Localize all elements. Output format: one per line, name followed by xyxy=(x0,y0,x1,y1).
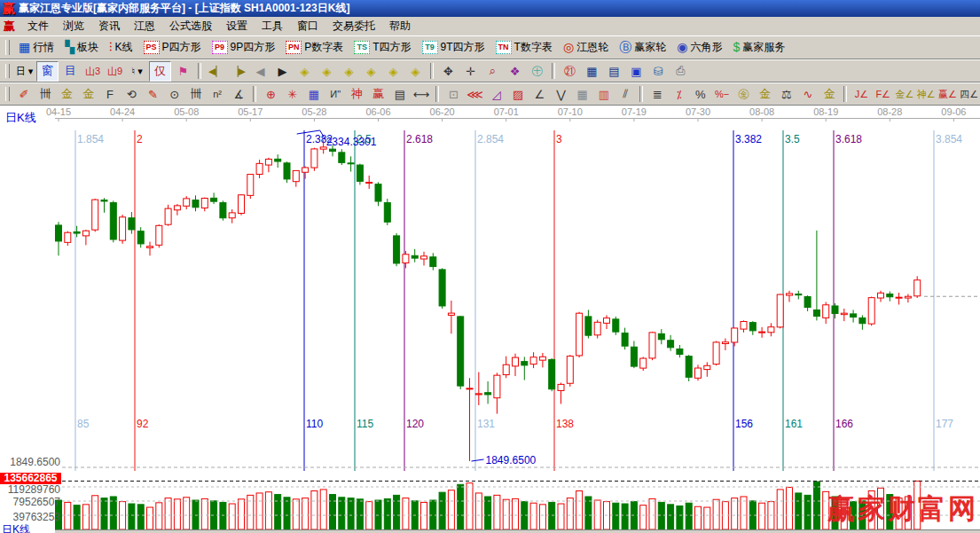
crosshair-tool-icon[interactable]: ✛ xyxy=(460,62,481,81)
gold-circle-icon[interactable]: ㊎ xyxy=(733,85,753,104)
fan-red-icon[interactable]: ⋘ xyxy=(465,85,484,104)
winner-service-button[interactable]: $赢家服务 xyxy=(728,38,789,57)
ladder-icon[interactable]: ≣ xyxy=(647,85,667,104)
menu-item-1[interactable]: 浏览 xyxy=(56,18,91,35)
calendar-icon[interactable]: ㉑ xyxy=(560,62,580,81)
scale-pen-icon[interactable]: ⚖ xyxy=(777,85,796,104)
menu-item-7[interactable]: 窗口 xyxy=(290,18,325,35)
sectors-button[interactable]: ▚板块 xyxy=(60,38,103,57)
calculator-icon[interactable]: ▦ xyxy=(582,62,602,81)
winner-wheel-button[interactable]: Ⓑ赢家轮 xyxy=(615,38,670,57)
grid-plain-icon[interactable]: 卌 xyxy=(186,85,206,104)
menu-item-5[interactable]: 设置 xyxy=(219,18,255,35)
hand-tool-icon[interactable]: ✥ xyxy=(438,62,459,81)
zigzag-icon[interactable]: ⋁ xyxy=(551,85,570,104)
gold-underline-icon[interactable]: 金 xyxy=(819,85,839,104)
kline-button[interactable]: ⫶K线 xyxy=(105,38,137,57)
f-angle-icon[interactable]: F∠ xyxy=(874,85,893,104)
p9-square-button[interactable]: P99P四方形 xyxy=(208,38,280,57)
draw-pen-icon[interactable]: ✐ xyxy=(14,85,34,104)
gann-circle-icon[interactable]: ⊕ xyxy=(261,85,280,104)
circle-cycle-icon[interactable]: ⊙ xyxy=(165,85,184,104)
skip-end-icon[interactable]: ▕▶ xyxy=(228,62,248,81)
t-square-button[interactable]: TST四方形 xyxy=(349,38,415,57)
gold-grid-icon[interactable]: 金 xyxy=(57,85,76,104)
t-number-button[interactable]: TNT数字表 xyxy=(491,38,557,57)
kline-only-icon[interactable]: 仅 xyxy=(149,61,171,82)
wave-red-icon[interactable]: ∿ xyxy=(798,85,818,104)
gann-grid-icon[interactable]: ◈ xyxy=(405,62,426,81)
menu-item-3[interactable]: 江恩 xyxy=(127,18,162,35)
price-grid-icon[interactable]: 卌 xyxy=(35,85,55,104)
menu-item-0[interactable]: 文件 xyxy=(20,18,56,35)
menu-item-9[interactable]: 帮助 xyxy=(382,18,418,35)
number-grid-icon[interactable]: ▤ xyxy=(390,85,410,104)
menu-item-8[interactable]: 交易委托 xyxy=(325,18,382,35)
p-square-button[interactable]: PSP四方形 xyxy=(139,38,206,57)
zoom-tool-icon[interactable]: ⌕ xyxy=(482,62,503,81)
protractor-icon[interactable]: ∡ xyxy=(229,85,248,104)
gann-left-icon[interactable]: ◈ xyxy=(294,62,315,81)
percent7-icon[interactable]: ⁒ xyxy=(670,85,689,104)
bars3-icon[interactable]: 山3 xyxy=(82,62,103,81)
fan-purple-icon[interactable]: ◿ xyxy=(487,85,506,104)
child-window-icon[interactable]: 赢 xyxy=(0,19,20,35)
angle-lines-icon[interactable]: ∠ xyxy=(529,85,549,104)
skip-start-icon[interactable]: ◀▏ xyxy=(206,62,226,81)
gann-wheel-button[interactable]: ◎江恩轮 xyxy=(559,38,613,57)
gann-right-icon[interactable]: ◈ xyxy=(317,62,337,81)
hexagon-button[interactable]: ◉六角形 xyxy=(672,38,726,57)
percent-icon[interactable]: % xyxy=(691,85,710,104)
spiral-icon[interactable]: ⟲ xyxy=(122,85,141,104)
shen-grid-icon[interactable]: 神 xyxy=(347,85,366,104)
wave-mark-icon[interactable]: И" xyxy=(325,85,345,104)
candlestick-chart[interactable]: 04-1504-2405-0805-1705-2806-0606-2007-01… xyxy=(0,106,980,533)
fan-box-icon[interactable]: ▨ xyxy=(508,85,528,104)
quotes-button[interactable]: ▦行情 xyxy=(14,38,59,57)
export-icon[interactable]: ⛁ xyxy=(648,62,669,81)
gann-expand-icon[interactable]: ◈ xyxy=(361,62,381,81)
memo-icon[interactable]: ▤ xyxy=(604,62,624,81)
status-tab-clipped[interactable]: 日K线 xyxy=(2,523,53,533)
gann-star-icon[interactable]: ✳ xyxy=(283,85,302,104)
grid-gray-icon[interactable]: ▦ xyxy=(573,85,592,104)
ying-grid-icon[interactable]: 赢 xyxy=(369,85,388,104)
candle-style-selector[interactable]: ♮ ▾ xyxy=(127,62,147,81)
pattern-tool-icon[interactable]: ❖ xyxy=(505,62,525,81)
grid-red-icon[interactable]: ▥ xyxy=(594,85,614,104)
flag-icon[interactable]: ⚑ xyxy=(173,62,193,81)
save-icon[interactable]: ▣ xyxy=(626,62,647,81)
period-day-selector[interactable]: 日 ▾ xyxy=(14,62,35,81)
chart-canvas[interactable]: 日K线 04-1504-2405-0805-1705-2806-0606-200… xyxy=(0,106,980,533)
menu-item-2[interactable]: 资讯 xyxy=(91,18,127,35)
t9-square-button[interactable]: T99T四方形 xyxy=(418,38,490,57)
bars9-icon[interactable]: 山9 xyxy=(105,62,125,81)
percent-line-icon[interactable]: %− xyxy=(712,85,732,104)
bottom-scrollbar-edge[interactable] xyxy=(55,529,980,533)
pen2-icon[interactable]: ✎ xyxy=(143,85,162,104)
parallel-lines-icon[interactable]: ⫽ xyxy=(615,85,635,104)
shen-angle-icon[interactable]: 神∠ xyxy=(916,85,936,104)
square-n2-icon[interactable]: n² xyxy=(208,85,227,104)
gann-hmove-icon[interactable]: ◈ xyxy=(339,62,359,81)
gold-grid2-icon[interactable]: 金 xyxy=(79,85,98,104)
print-icon[interactable]: ⎙ xyxy=(670,62,691,81)
box-tool-icon[interactable]: ⊡ xyxy=(443,85,463,104)
span-arrows-icon[interactable]: ⟷ xyxy=(412,85,431,104)
layout-icon[interactable]: 窗 xyxy=(36,61,59,82)
gold-angle-icon[interactable]: 金∠ xyxy=(895,85,914,104)
smart-tool-icon[interactable]: ㊉ xyxy=(527,62,547,81)
gann-cross-icon[interactable]: ◈ xyxy=(383,62,404,81)
info-list-icon[interactable]: 目 xyxy=(60,62,81,81)
step-back-icon[interactable]: ◀ xyxy=(250,62,270,81)
p-number-button[interactable]: PNP数字表 xyxy=(281,38,348,57)
gann-box-icon[interactable]: ▦ xyxy=(304,85,324,104)
j-angle-icon[interactable]: J∠ xyxy=(851,85,871,104)
gold-line-icon[interactable]: 金 xyxy=(755,85,774,104)
menu-item-4[interactable]: 公式选股 xyxy=(162,18,219,35)
menu-item-6[interactable]: 工具 xyxy=(255,18,290,35)
step-forward-icon[interactable]: ▶ xyxy=(272,62,293,81)
si-angle-icon[interactable]: 四∠ xyxy=(960,85,979,104)
ying-angle-icon[interactable]: 赢∠ xyxy=(937,85,957,104)
fib-grid-icon[interactable]: F xyxy=(100,85,120,104)
